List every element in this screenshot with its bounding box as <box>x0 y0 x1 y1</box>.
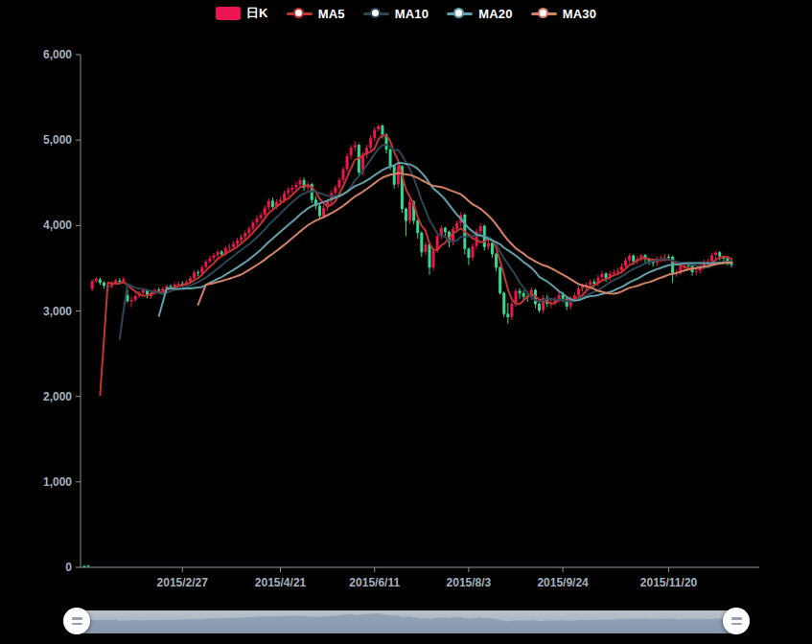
candle-body[interactable] <box>87 565 90 566</box>
candle-body[interactable] <box>620 266 623 270</box>
candle-body[interactable] <box>420 233 423 252</box>
candle-body[interactable] <box>707 262 709 263</box>
candle-body[interactable] <box>240 237 243 240</box>
candle-body[interactable] <box>581 287 584 288</box>
datazoom-handle-right[interactable] <box>723 608 750 634</box>
candle-body[interactable] <box>416 220 419 233</box>
candle-body[interactable] <box>236 241 239 243</box>
candle-body[interactable] <box>130 300 133 302</box>
candle-body[interactable] <box>170 286 173 287</box>
candle-body[interactable] <box>260 216 263 218</box>
candle-body[interactable] <box>99 279 102 283</box>
candle-body[interactable] <box>264 208 267 215</box>
candle-body[interactable] <box>267 201 270 208</box>
candle-body[interactable] <box>424 244 427 252</box>
candle-body[interactable] <box>228 247 231 248</box>
candle-body[interactable] <box>204 262 207 267</box>
candle-body[interactable] <box>393 166 396 185</box>
candle-body[interactable] <box>232 243 235 246</box>
candle-body[interactable] <box>91 281 94 288</box>
candle-body[interactable] <box>408 202 411 221</box>
candle-body[interactable] <box>472 246 475 258</box>
candle-body[interactable] <box>592 282 595 284</box>
datazoom-handle-left[interactable] <box>63 608 90 634</box>
candle-body[interactable] <box>405 209 407 221</box>
candle-body[interactable] <box>487 243 490 247</box>
candle-body[interactable] <box>491 242 494 254</box>
candle-body[interactable] <box>628 256 631 261</box>
candle-body[interactable] <box>714 253 717 256</box>
candle-body[interactable] <box>718 252 721 257</box>
candle-body[interactable] <box>616 270 619 271</box>
candle-body[interactable] <box>256 218 259 222</box>
candle-body[interactable] <box>200 267 203 273</box>
candle-body[interactable] <box>663 257 666 258</box>
candle-body[interactable] <box>271 200 274 207</box>
candle-body[interactable] <box>103 283 105 286</box>
candle-body[interactable] <box>342 170 345 180</box>
y-axis-label: 3,000 <box>43 305 72 318</box>
candle-body[interactable] <box>432 250 435 267</box>
candle-body[interactable] <box>577 288 580 295</box>
candle-body[interactable] <box>251 222 254 228</box>
candle-body[interactable] <box>346 156 349 170</box>
candle-body[interactable] <box>354 145 357 147</box>
candle-body[interactable] <box>334 188 336 193</box>
candle-body[interactable] <box>467 248 470 258</box>
candle-body[interactable] <box>558 295 561 299</box>
candle-body[interactable] <box>287 190 290 193</box>
candle-body[interactable] <box>299 180 302 184</box>
candle-body[interactable] <box>381 126 383 135</box>
candle-body[interactable] <box>290 188 293 190</box>
candle-body[interactable] <box>506 313 509 317</box>
candle-body[interactable] <box>177 284 180 285</box>
candle-body[interactable] <box>369 138 372 148</box>
candle-body[interactable] <box>632 256 635 262</box>
candle-body[interactable] <box>197 272 199 273</box>
candle-body[interactable] <box>429 244 431 267</box>
candle-body[interactable] <box>213 256 216 259</box>
candle-body[interactable] <box>613 272 615 273</box>
candle-body[interactable] <box>157 289 160 290</box>
candle-body[interactable] <box>667 257 670 258</box>
candle-body[interactable] <box>318 206 321 217</box>
candle-body[interactable] <box>118 281 121 282</box>
candle-body[interactable] <box>134 296 137 300</box>
candlestick-chart[interactable]: 01,0002,0003,0004,0005,0006,000 2015/2/2… <box>0 0 812 604</box>
candle-body[interactable] <box>244 233 246 237</box>
candle-body[interactable] <box>83 566 86 567</box>
candle-body[interactable] <box>710 255 713 261</box>
candle-body[interactable] <box>247 229 250 233</box>
candle-body[interactable] <box>495 254 498 267</box>
candle-body[interactable] <box>279 200 282 201</box>
candle-body[interactable] <box>499 267 501 293</box>
candle-body[interactable] <box>220 252 223 255</box>
kline-series[interactable] <box>83 125 733 567</box>
candle-body[interactable] <box>337 180 340 187</box>
candle-body[interactable] <box>217 252 220 255</box>
candle-body[interactable] <box>455 223 458 229</box>
candle-body[interactable] <box>397 167 400 185</box>
candle-body[interactable] <box>322 208 325 216</box>
candle-body[interactable] <box>624 261 627 266</box>
candle-body[interactable] <box>510 304 513 317</box>
candle-body[interactable] <box>193 272 196 277</box>
candle-body[interactable] <box>444 228 447 232</box>
candle-body[interactable] <box>294 185 297 188</box>
candle-body[interactable] <box>605 273 608 278</box>
candle-body[interactable] <box>208 258 211 261</box>
candle-body[interactable] <box>389 150 392 167</box>
candle-body[interactable] <box>373 129 376 137</box>
candle-body[interactable] <box>95 279 98 281</box>
candle-body[interactable] <box>502 293 505 314</box>
candle-body[interactable] <box>377 126 380 129</box>
candle-body[interactable] <box>695 271 698 272</box>
candle-body[interactable] <box>479 226 482 231</box>
candle-body[interactable] <box>601 274 604 278</box>
candle-body[interactable] <box>589 282 592 285</box>
candle-body[interactable] <box>538 304 541 310</box>
datazoom-slider[interactable] <box>75 610 738 633</box>
candle-body[interactable] <box>350 148 353 155</box>
candle-body[interactable] <box>522 293 525 297</box>
candle-body[interactable] <box>519 290 522 293</box>
